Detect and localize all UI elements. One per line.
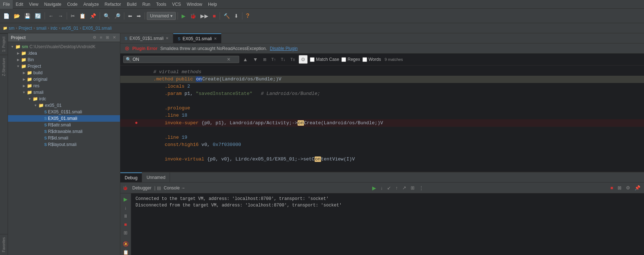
pin-debug-button[interactable]: 📌 <box>633 184 642 191</box>
run-button[interactable]: ▶ <box>180 12 187 20</box>
menu-build[interactable]: Build <box>124 0 140 9</box>
find-usages-button[interactable]: 🔎 <box>112 12 122 20</box>
new-file-button[interactable]: 📄 <box>1 12 11 20</box>
search-filter3-button[interactable]: T± <box>289 57 296 62</box>
redo-button[interactable]: → <box>56 12 65 20</box>
run-to-cursor-button[interactable]: ↗ <box>401 184 408 191</box>
view-breakpoints-btn[interactable]: ⊞ <box>123 229 128 236</box>
regex-checkbox[interactable] <box>341 57 346 62</box>
step-over-side-btn[interactable]: ↓ <box>124 204 128 211</box>
breadcrumb-ex05[interactable]: ex05_01 <box>62 26 78 31</box>
cut-button[interactable]: ✂ <box>69 12 77 20</box>
search-prev-button[interactable]: ▲ <box>241 56 249 63</box>
tree-item-res[interactable]: ▶ 📁 res <box>8 83 120 89</box>
dump-threads-btn[interactable]: 📋 <box>122 249 129 255</box>
stop-debug-button[interactable]: ■ <box>609 184 615 191</box>
tree-item-ex05-main[interactable]: S EX05_01.smali <box>8 115 120 122</box>
tree-item-irdc[interactable]: ▼ 📁 irdc <box>8 96 120 102</box>
step-over-button[interactable]: ↓ <box>379 184 385 191</box>
words-checkbox[interactable] <box>362 57 367 62</box>
menu-file[interactable]: File <box>0 0 13 9</box>
search-clear-icon[interactable]: ✕ <box>227 57 230 62</box>
debugger-tab-btn[interactable]: Debugger <box>131 185 153 191</box>
tab-close-ex05-main[interactable]: ✕ <box>214 37 217 41</box>
search-filter2-button[interactable]: T↓ <box>279 57 287 62</box>
copy-button[interactable]: 📋 <box>78 12 87 20</box>
menu-code[interactable]: Code <box>64 0 80 9</box>
mute-breakpoints-btn[interactable]: 🔕 <box>122 241 129 247</box>
zstructure-tool-btn[interactable]: Z-Structure <box>0 55 8 79</box>
menu-help[interactable]: Help <box>205 0 220 9</box>
breadcrumb-project[interactable]: Project <box>18 26 32 31</box>
tab-ex05-1[interactable]: S EX05_01$1.smali ✕ <box>120 33 173 43</box>
evaluate-button[interactable]: ⊞ <box>409 184 416 191</box>
favorites-tool-btn[interactable]: Favorites <box>0 234 8 255</box>
tree-item-rsid[interactable]: S R$id.smali <box>8 135 120 141</box>
search-find-all-button[interactable]: ⊞ <box>262 57 268 63</box>
undo-button[interactable]: ← <box>47 12 55 20</box>
menu-window[interactable]: Window <box>184 0 205 9</box>
tab-close-ex05-1[interactable]: ✕ <box>166 36 169 40</box>
search-filter1-button[interactable]: T↑ <box>270 57 277 62</box>
tree-item-smali[interactable]: ▼ 📁 smali <box>8 89 120 96</box>
breadcrumb-file[interactable]: EX05_01.smali <box>82 26 112 31</box>
breadcrumb-irdc[interactable]: irdc <box>50 26 57 31</box>
match-case-option[interactable]: Match Case <box>310 57 339 62</box>
words-option[interactable]: Words <box>362 57 381 62</box>
editor-content[interactable]: # virtual methods .method public onCreat… <box>120 66 644 172</box>
tree-item-idea[interactable]: ▶ 📁 .idea <box>8 50 120 57</box>
more-debug-button[interactable]: ⋮ <box>417 184 425 191</box>
build-button[interactable]: 🔨 <box>222 12 232 20</box>
bottom-tab-debug[interactable]: Debug <box>120 172 142 182</box>
menu-navigate[interactable]: Navigate <box>41 0 64 9</box>
step-into-button[interactable]: ↙ <box>386 184 392 191</box>
stop-side-btn[interactable]: ■ <box>124 221 128 228</box>
panel-tool-settings[interactable]: ⊞ <box>105 35 110 40</box>
tree-item-rslayout[interactable]: S R$layout.smali <box>8 141 120 148</box>
open-button[interactable]: 📂 <box>12 12 22 20</box>
tree-item-ex05-1[interactable]: S EX05_01$1.smali <box>8 109 120 115</box>
breadcrumb-smali[interactable]: smali <box>36 26 46 31</box>
tree-item-original[interactable]: ▶ 📁 original <box>8 76 120 83</box>
console-tab-btn[interactable]: Console → <box>162 185 187 191</box>
tree-item-rsattr[interactable]: S R$attr.smali <box>8 122 120 128</box>
regex-option[interactable]: Regex <box>341 57 360 62</box>
panel-tool-close[interactable]: ✕ <box>112 35 117 40</box>
tree-item-sm[interactable]: ▼ 📁 sm C:\Users\hualei\Desktop\AndroidK <box>8 43 120 50</box>
panel-tool-collapse[interactable]: ≡ <box>99 35 103 40</box>
search-settings-button[interactable]: ⚙ <box>299 55 308 64</box>
paste-button[interactable]: 📌 <box>88 12 98 20</box>
step-out-button[interactable]: ↑ <box>394 184 399 191</box>
tree-item-rsdrawable[interactable]: S R$drawable.smali <box>8 128 120 135</box>
breadcrumb-sm[interactable]: sm <box>9 26 14 31</box>
help-button[interactable]: ? <box>244 12 252 20</box>
back-button[interactable]: ⬅ <box>126 12 134 20</box>
match-case-checkbox[interactable] <box>310 57 315 62</box>
bottom-tab-unnamed[interactable]: Unnamed <box>142 172 170 182</box>
pause-side-btn[interactable]: ⏸ <box>122 213 129 220</box>
menu-analyze[interactable]: Analyze <box>80 0 102 9</box>
coverage-button[interactable]: ▶▶ <box>199 12 210 20</box>
search-next-button[interactable]: ▼ <box>252 56 259 63</box>
menu-run[interactable]: Run <box>140 0 153 9</box>
debug-button[interactable]: 🐞 <box>188 12 198 20</box>
resume-side-btn[interactable]: ▶ <box>123 196 128 203</box>
tree-item-build[interactable]: ▶ 📁 build <box>8 70 120 76</box>
tree-item-project[interactable]: ▼ 📁 Project <box>8 63 120 70</box>
menu-refactor[interactable]: Refactor <box>102 0 124 9</box>
settings-debug-button[interactable]: ⚙ <box>624 184 632 191</box>
sdk-manager-button[interactable]: ⬇ <box>232 12 240 20</box>
disable-plugin-link[interactable]: Disable Plugin <box>270 46 298 51</box>
menu-view[interactable]: View <box>26 0 41 9</box>
breakpoint-icon[interactable]: ● <box>135 120 138 126</box>
panel-tool-gear[interactable]: ⚙ <box>92 35 97 40</box>
tree-item-bin[interactable]: ▶ 📁 Bin <box>8 57 120 63</box>
search-input[interactable] <box>133 57 227 62</box>
close-debug-button[interactable]: ⊠ <box>616 184 623 191</box>
tab-ex05-main[interactable]: S EX05_01.smali ✕ <box>173 33 221 43</box>
menu-tools[interactable]: Tools <box>153 0 169 9</box>
find-button[interactable]: 🔍 <box>102 12 112 20</box>
stop-button[interactable]: ■ <box>211 12 217 20</box>
forward-button[interactable]: ➡ <box>135 12 143 20</box>
project-tool-btn[interactable]: 1: Project <box>0 33 8 55</box>
